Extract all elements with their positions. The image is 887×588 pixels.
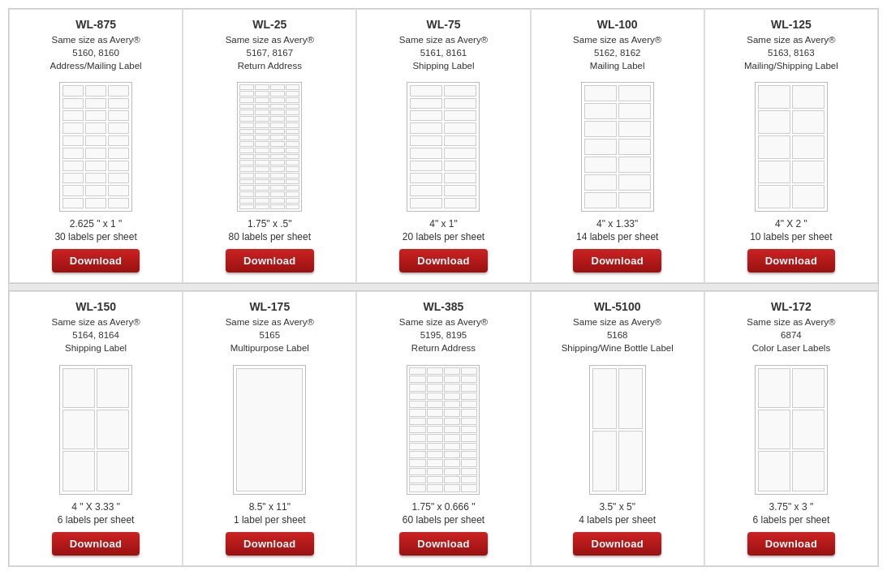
product-dimensions: 4" x 1" [429, 218, 458, 230]
product-cell: WL-100Same size as Avery®5162, 8162Maili… [531, 9, 704, 283]
product-title: WL-175 [249, 300, 290, 313]
product-dimensions: 4" X 2 " [775, 218, 807, 230]
download-button[interactable]: Download [52, 532, 140, 556]
product-cell: WL-385Same size as Avery®5195, 8195Retur… [356, 291, 530, 565]
product-dimensions: 3.75" x 3 " [769, 501, 814, 513]
download-button[interactable]: Download [226, 532, 314, 556]
product-subtitle: Same size as Avery®5167, 8167Return Addr… [226, 33, 314, 72]
product-label-count: 10 labels per sheet [750, 231, 832, 242]
label-sheet-preview [589, 365, 646, 495]
download-button[interactable]: Download [747, 249, 836, 273]
product-cell: WL-175Same size as Avery®5165Multipurpos… [183, 291, 356, 565]
product-cell: WL-25Same size as Avery®5167, 8167Return… [183, 9, 356, 283]
product-cell: WL-5100Same size as Avery®5168Shipping/W… [531, 291, 704, 565]
product-label-count: 6 labels per sheet [753, 514, 830, 526]
product-dimensions: 1.75" x .5" [248, 218, 292, 230]
product-label-count: 20 labels per sheet [403, 231, 484, 242]
product-label-count: 4 labels per sheet [579, 514, 656, 526]
product-label-count: 6 labels per sheet [58, 514, 135, 526]
download-button[interactable]: Download [573, 532, 661, 556]
product-title: WL-5100 [594, 300, 641, 313]
product-label-count: 1 label per sheet [234, 514, 306, 526]
product-subtitle: Same size as Avery®6874Color Laser Label… [747, 315, 835, 354]
product-label-count: 80 labels per sheet [229, 231, 311, 242]
product-cell: WL-75Same size as Avery®5161, 8161Shippi… [356, 9, 530, 283]
product-subtitle: Same size as Avery®5162, 8162Mailing Lab… [573, 33, 661, 72]
product-cell: WL-875Same size as Avery®5160, 8160Addre… [9, 9, 183, 283]
label-sheet-preview [755, 82, 828, 212]
download-button[interactable]: Download [226, 249, 314, 273]
label-sheet-preview [233, 365, 306, 495]
product-title: WL-25 [252, 18, 286, 31]
product-title: WL-100 [597, 18, 638, 31]
product-subtitle: Same size as Avery®5164, 8164Shipping La… [51, 315, 140, 354]
download-button[interactable]: Download [573, 249, 661, 273]
product-title: WL-75 [426, 18, 460, 31]
download-button[interactable]: Download [747, 532, 836, 556]
product-title: WL-875 [75, 18, 116, 31]
product-cell: WL-150Same size as Avery®5164, 8164Shipp… [9, 291, 183, 565]
product-subtitle: Same size as Avery®5163, 8163Mailing/Shi… [744, 33, 838, 72]
product-title: WL-125 [771, 18, 812, 31]
product-grid: WL-875Same size as Avery®5160, 8160Addre… [8, 8, 879, 567]
product-subtitle: Same size as Avery®5161, 8161Shipping La… [399, 33, 488, 72]
product-dimensions: 8.5" x 11" [249, 501, 291, 513]
download-button[interactable]: Download [399, 532, 488, 556]
label-sheet-preview [407, 365, 480, 495]
product-dimensions: 1.75" x 0.666 " [412, 501, 476, 513]
label-sheet-preview [59, 365, 132, 495]
product-dimensions: 4" x 1.33" [596, 218, 638, 230]
product-dimensions: 2.625 " x 1 " [70, 218, 123, 230]
product-cell: WL-125Same size as Avery®5163, 8163Maili… [704, 9, 878, 283]
product-label-count: 60 labels per sheet [403, 514, 484, 526]
download-button[interactable]: Download [399, 249, 488, 273]
label-sheet-preview [237, 82, 302, 212]
label-sheet-preview [581, 82, 654, 212]
row-separator [9, 283, 878, 291]
label-sheet-preview [755, 365, 828, 495]
label-sheet-preview [59, 82, 132, 212]
product-cell: WL-172Same size as Avery®6874Color Laser… [704, 291, 878, 565]
product-subtitle: Same size as Avery®5160, 8160Address/Mai… [50, 33, 142, 72]
product-title: WL-385 [424, 300, 464, 313]
product-subtitle: Same size as Avery®5165Multipurpose Labe… [226, 315, 314, 354]
label-sheet-preview [407, 82, 480, 212]
product-subtitle: Same size as Avery®5168Shipping/Wine Bot… [562, 315, 674, 354]
download-button[interactable]: Download [52, 249, 140, 273]
product-title: WL-150 [75, 300, 116, 313]
product-subtitle: Same size as Avery®5195, 8195Return Addr… [399, 315, 488, 354]
product-dimensions: 4 " X 3.33 " [71, 501, 120, 513]
product-label-count: 14 labels per sheet [576, 231, 658, 242]
product-dimensions: 3.5" x 5" [599, 501, 635, 513]
product-title: WL-172 [771, 300, 812, 313]
product-label-count: 30 labels per sheet [54, 231, 136, 242]
